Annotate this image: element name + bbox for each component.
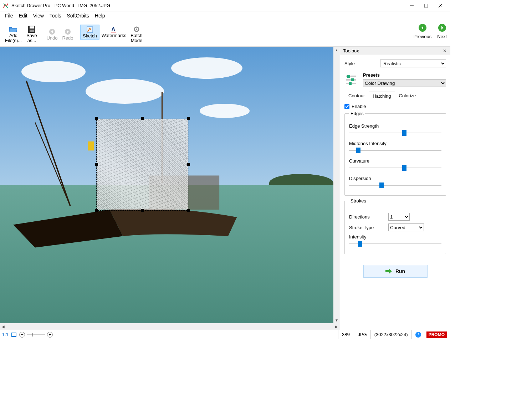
style-label: Style — [344, 61, 380, 66]
toolbox-close-icon[interactable]: ✕ — [442, 48, 447, 53]
svg-marker-18 — [13, 210, 123, 247]
toolbox-tabs: Contour Hatching Colorize — [344, 91, 446, 100]
svg-text:A: A — [111, 26, 116, 32]
svg-point-14 — [136, 29, 137, 30]
intensity-slider[interactable] — [349, 241, 441, 247]
presets-select[interactable]: Color Drawing — [363, 79, 446, 87]
vertical-scrollbar[interactable]: ▲ ▼ — [333, 47, 340, 323]
folder-open-icon — [9, 25, 17, 33]
toolbar: Add File(s)... Save as... Undo Redo Sket… — [0, 22, 450, 47]
close-button[interactable] — [433, 1, 447, 11]
menu-softorbits[interactable]: SoftOrbits — [64, 12, 92, 19]
strokes-group: Strokes Directions 1 Stroke Type Curved … — [344, 201, 446, 254]
svg-rect-6 — [30, 26, 34, 29]
app-icon — [3, 3, 9, 9]
sketch-icon — [86, 26, 94, 34]
fit-icon[interactable] — [11, 333, 16, 337]
arrow-left-icon — [419, 24, 426, 32]
curvature-label: Curvature — [349, 158, 441, 164]
batch-mode-button[interactable]: Batch Mode — [128, 25, 144, 44]
svg-rect-24 — [351, 78, 354, 81]
scroll-right-icon[interactable]: ▶ — [333, 323, 340, 330]
undo-icon — [48, 28, 56, 36]
intensity-label: Intensity — [349, 234, 441, 240]
info-icon[interactable]: i — [415, 332, 421, 338]
presets-header: Presets — [363, 72, 446, 78]
zoom-in-button[interactable]: + — [47, 332, 53, 338]
enable-checkbox[interactable] — [344, 104, 349, 109]
minimize-button[interactable] — [405, 1, 419, 11]
menu-edit[interactable]: Edit — [16, 12, 30, 19]
ratio-label[interactable]: 1:1 — [2, 332, 9, 337]
menu-file[interactable]: File — [2, 12, 16, 19]
edge-strength-slider[interactable] — [349, 130, 441, 136]
svg-rect-26 — [349, 82, 352, 85]
enable-label: Enable — [352, 104, 366, 109]
next-button[interactable]: Next — [437, 24, 447, 39]
main-area: ▲ ▼ ◀ ▶ Toolbox ✕ Style Realistic — [0, 47, 450, 330]
dimensions-label: (3022x3022x24) — [370, 330, 411, 339]
tab-hatching[interactable]: Hatching — [369, 92, 395, 100]
stroke-type-select[interactable]: Curved — [388, 223, 424, 231]
format-label: JPG — [354, 330, 370, 339]
svg-rect-2 — [424, 4, 428, 7]
dispersion-label: Dispersion — [349, 176, 441, 181]
curvature-slider[interactable] — [349, 165, 441, 171]
svg-rect-20 — [88, 142, 94, 151]
promo-badge[interactable]: PROMO — [426, 331, 447, 338]
scroll-left-icon[interactable]: ◀ — [0, 323, 6, 330]
tab-colorize[interactable]: Colorize — [395, 91, 420, 100]
menu-bar: File Edit View Tools SoftOrbits Help — [0, 11, 450, 20]
title-bar: Sketch Drawer Pro - PC World - IMG_2052.… — [0, 0, 450, 11]
status-bar: 1:1 − + 38% JPG (3022x3022x24) i PROMO — [0, 330, 450, 339]
maximize-button[interactable] — [419, 1, 433, 11]
midtones-slider[interactable] — [349, 148, 441, 153]
window-title: Sketch Drawer Pro - PC World - IMG_2052.… — [11, 3, 405, 8]
image-canvas[interactable] — [0, 47, 333, 323]
tab-contour[interactable]: Contour — [344, 91, 369, 100]
selection-rectangle[interactable] — [96, 118, 189, 211]
dispersion-slider[interactable] — [349, 182, 441, 188]
save-icon — [27, 25, 36, 33]
watermark-icon: A — [109, 25, 118, 33]
toolbox-header: Toolbox ✕ — [340, 47, 450, 55]
sketch-preview — [97, 119, 188, 210]
zoom-percent: 38% — [342, 332, 350, 337]
directions-label: Directions — [349, 214, 388, 220]
previous-button[interactable]: Previous — [414, 24, 432, 39]
style-select[interactable]: Realistic — [380, 60, 446, 67]
save-as-button[interactable]: Save as... — [24, 25, 40, 44]
sketch-button[interactable]: Sketch — [80, 25, 99, 40]
menu-tools[interactable]: Tools — [47, 12, 64, 19]
scroll-down-icon[interactable]: ▼ — [333, 317, 340, 323]
svg-line-15 — [26, 81, 70, 206]
toolbox-panel: Toolbox ✕ Style Realistic Presets Color … — [340, 47, 450, 330]
zoom-out-button[interactable]: − — [19, 332, 25, 338]
svg-line-16 — [35, 123, 70, 206]
menu-help[interactable]: Help — [92, 12, 108, 19]
edges-group: Edges Edge Strength Midtones Intensity C… — [344, 113, 446, 196]
undo-button[interactable]: Undo — [44, 27, 60, 41]
presets-icon — [344, 73, 359, 86]
redo-button[interactable]: Redo — [60, 27, 76, 41]
add-files-button[interactable]: Add File(s)... — [3, 25, 24, 44]
edge-strength-label: Edge Strength — [349, 123, 441, 129]
directions-select[interactable]: 1 — [388, 213, 410, 221]
redo-icon — [63, 28, 72, 36]
svg-rect-7 — [30, 30, 34, 32]
scroll-up-icon[interactable]: ▲ — [333, 47, 340, 53]
arrow-right-icon — [438, 24, 446, 32]
stroke-type-label: Stroke Type — [349, 225, 388, 230]
midtones-label: Midtones Intensity — [349, 141, 441, 146]
svg-rect-22 — [347, 75, 350, 78]
horizontal-scrollbar[interactable]: ◀ ▶ — [0, 323, 340, 330]
menu-view[interactable]: View — [30, 12, 47, 19]
run-arrow-icon — [385, 269, 392, 274]
gear-icon — [132, 25, 141, 33]
watermarks-button[interactable]: A Watermarks — [99, 25, 129, 39]
run-button[interactable]: Run — [363, 265, 428, 278]
